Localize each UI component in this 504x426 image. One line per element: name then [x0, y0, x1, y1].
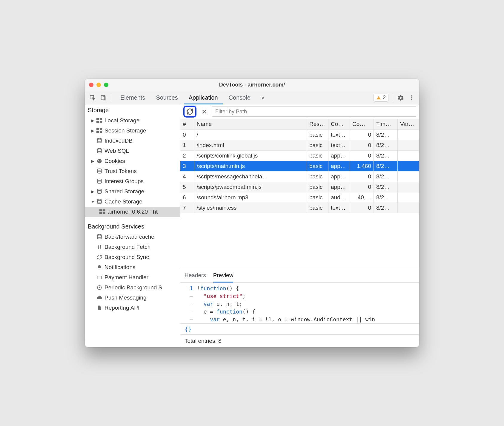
col-time[interactable]: Tim… [374, 119, 398, 129]
svg-rect-25 [103, 209, 105, 212]
updown-icon [96, 244, 103, 250]
table-header-row: # Name Res… Co… Co… Tim… Var… [180, 119, 419, 129]
code-line: – var e, n, t; [180, 300, 419, 308]
svg-point-21 [97, 179, 101, 180]
code-line: – e = function() { [180, 308, 419, 316]
svg-rect-12 [96, 131, 99, 133]
warning-count: 2 [383, 95, 386, 101]
cookie-icon [96, 158, 103, 164]
col-response[interactable]: Res… [307, 119, 328, 129]
sidebar-item-label: Session Storage [105, 127, 146, 134]
tab-elements[interactable]: Elements [116, 91, 150, 104]
zoom-window-button[interactable] [104, 83, 108, 87]
sidebar-item-indexeddb[interactable]: IndexedDB [85, 136, 180, 146]
bgservices-section-title: Background Services [85, 221, 180, 232]
svg-point-15 [97, 149, 101, 150]
sidebar-item-trust-tokens[interactable]: Trust Tokens [85, 166, 180, 176]
sidebar-item-periodic-background-sync[interactable]: Periodic Background S [85, 283, 180, 293]
db-icon [96, 138, 103, 144]
sidebar-item-reporting-api[interactable]: Reporting API [85, 303, 180, 313]
minimize-window-button[interactable] [96, 83, 101, 87]
sidebar-item-label: Shared Storage [105, 188, 144, 195]
col-vary[interactable]: Var… [398, 119, 419, 129]
clear-icon[interactable] [199, 107, 209, 116]
cache-entries-table: # Name Res… Co… Co… Tim… Var… 0/basictex… [180, 119, 419, 213]
table-row[interactable]: 7/styles/main.cssbasictext…08/2… [180, 203, 419, 213]
db-icon [96, 168, 103, 174]
svg-point-14 [97, 138, 101, 140]
status-total-entries: Total entries: 8 [180, 335, 419, 347]
tab-headers[interactable]: Headers [185, 272, 206, 283]
traffic-lights [89, 83, 108, 87]
col-content-length[interactable]: Co… [350, 119, 374, 129]
sidebar-item-shared-storage[interactable]: ▶Shared Storage [85, 186, 180, 197]
sidebar-item-label: Interest Groups [105, 178, 144, 185]
card-icon [96, 274, 103, 280]
expand-arrow-icon: ▶ [91, 118, 94, 123]
svg-rect-9 [100, 121, 102, 123]
sidebar-item-payment-handler[interactable]: Payment Handler [85, 272, 180, 283]
table-row[interactable]: 4/scripts/messagechannela…basicapp…08/2… [180, 171, 419, 182]
svg-rect-11 [100, 128, 102, 130]
sidebar-item-cookies[interactable]: ▶Cookies [85, 156, 180, 166]
svg-rect-8 [96, 121, 99, 123]
sidebar-item-push-messaging[interactable]: Push Messaging [85, 293, 180, 303]
sidebar-item-label: Back/forward cache [105, 234, 154, 240]
svg-point-28 [97, 234, 101, 236]
table-row[interactable]: 3/scripts/main.min.jsbasicapp…1,4608/2… [180, 161, 419, 171]
sidebar-item-label: Payment Handler [105, 274, 148, 281]
close-window-button[interactable] [89, 83, 93, 87]
code-preview: 1!function() {– "use strict";– var e, n,… [180, 283, 419, 323]
table-row[interactable]: 1/index.htmlbasictext…08/2… [180, 140, 419, 150]
svg-point-17 [98, 160, 99, 161]
sidebar-item-cache-storage[interactable]: ▼Cache Storage [85, 197, 180, 207]
issues-warning-pill[interactable]: 2 [374, 94, 388, 102]
sidebar-item-label: Trust Tokens [105, 168, 137, 175]
device-toolbar-icon[interactable] [99, 93, 108, 103]
more-menu-icon[interactable] [407, 93, 416, 103]
tab-preview[interactable]: Preview [213, 272, 233, 283]
sidebar-item-session-storage[interactable]: ▶Session Storage [85, 126, 180, 136]
sidebar-item-back-forward-cache[interactable]: Back/forward cache [85, 232, 180, 242]
refresh-icon[interactable] [186, 108, 193, 115]
svg-point-23 [97, 199, 101, 201]
inspect-element-icon[interactable] [88, 93, 97, 103]
table-row[interactable]: 0/basictext…08/2… [180, 129, 419, 140]
col-index[interactable]: # [180, 119, 194, 129]
sidebar-item-notifications[interactable]: Notifications [85, 262, 180, 272]
svg-point-20 [97, 169, 101, 170]
svg-rect-7 [100, 118, 102, 120]
tabs-overflow-button[interactable]: » [256, 91, 269, 104]
tab-application[interactable]: Application [184, 91, 223, 104]
table-row[interactable]: 5/scripts/pwacompat.min.jsbasicapp…08/2… [180, 182, 419, 192]
sidebar-item-local-storage[interactable]: ▶Local Storage [85, 115, 180, 126]
col-name[interactable]: Name [194, 119, 307, 129]
filter-by-path-input[interactable] [212, 106, 416, 117]
grid-icon [96, 118, 103, 123]
svg-rect-24 [99, 209, 102, 212]
grid-icon [96, 128, 103, 133]
preview-tabs: Headers Preview [180, 269, 419, 283]
cloud-icon [96, 295, 103, 301]
cache-entry-airhorner[interactable]: airhorner-0.6.20 - ht [85, 207, 180, 217]
main-tabstrip: ElementsSourcesApplicationConsole » 2 [85, 91, 419, 104]
bell-icon [96, 264, 103, 270]
settings-gear-icon[interactable] [396, 93, 405, 103]
tab-sources[interactable]: Sources [151, 91, 182, 104]
devtools-window: DevTools - airhorner.com/ ElementsSource… [85, 79, 419, 347]
svg-rect-13 [100, 131, 102, 133]
sidebar-item-label: airhorner-0.6.20 - ht [107, 209, 158, 215]
sidebar-item-label: Reporting API [105, 305, 139, 311]
sync-icon [96, 254, 103, 260]
svg-point-4 [411, 97, 412, 98]
tab-console[interactable]: Console [224, 91, 255, 104]
sidebar-item-background-sync[interactable]: Background Sync [85, 252, 180, 262]
sidebar-item-web-sql[interactable]: Web SQL [85, 146, 180, 156]
pretty-print-button[interactable]: {} [180, 323, 419, 335]
refresh-button-highlight [183, 106, 196, 118]
sidebar-item-interest-groups[interactable]: Interest Groups [85, 176, 180, 186]
sidebar-item-background-fetch[interactable]: Background Fetch [85, 242, 180, 252]
table-row[interactable]: 6/sounds/airhorn.mp3basicaud…40,…8/2… [180, 192, 419, 203]
col-content-type[interactable]: Co… [328, 119, 350, 129]
table-row[interactable]: 2/scripts/comlink.global.jsbasicapp…08/2… [180, 150, 419, 161]
